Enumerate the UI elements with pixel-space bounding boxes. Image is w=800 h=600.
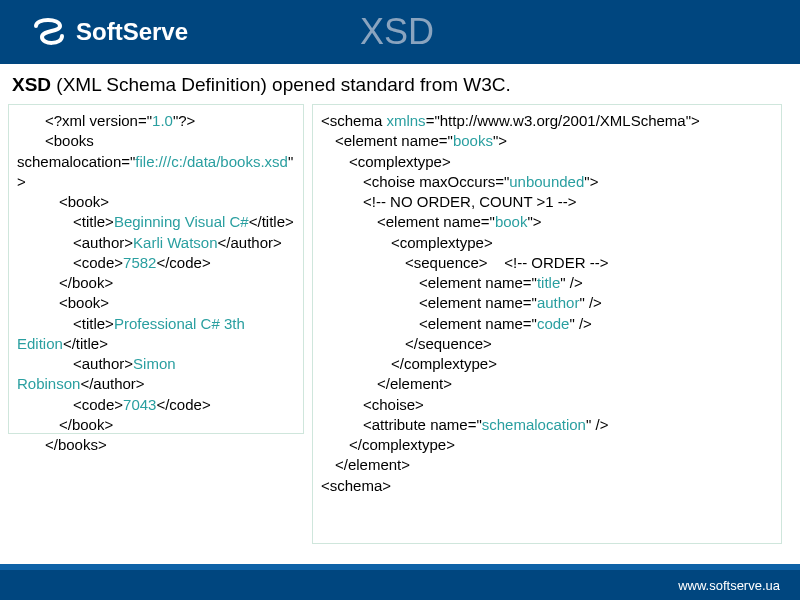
t: </book> (59, 273, 295, 293)
t: schemalocation=" (17, 153, 135, 170)
logo-text: SoftServe (76, 18, 188, 46)
t: <complextype> (391, 233, 773, 253)
xml-panel: <?xml version="1.0"?> <books schemalocat… (8, 104, 304, 434)
t: =" (426, 112, 440, 129)
t: </author> (218, 234, 282, 251)
t: Beginning Visual C# (114, 213, 249, 230)
t: <author> (73, 234, 133, 251)
t: code (537, 315, 570, 332)
t: schemalocation (482, 416, 586, 433)
t: 7582 (123, 254, 156, 271)
t: Karli Watson (133, 234, 217, 251)
t: title (537, 274, 560, 291)
t: </books> (45, 435, 295, 455)
t: <element name=" (419, 274, 537, 291)
t: <element name=" (335, 132, 453, 149)
footer-url: www.softserve.ua (678, 578, 780, 593)
t: <attribute name=" (363, 416, 482, 433)
t: <sequence> (405, 254, 488, 271)
t: 1.0 (152, 112, 173, 129)
t: </complextype> (391, 354, 773, 374)
t: </code> (156, 396, 210, 413)
subtitle-rest: (XML Schema Definition) opened standard … (51, 74, 511, 95)
t: <!-- ORDER --> (504, 254, 608, 271)
t: <!-- NO ORDER, COUNT >1 --> (363, 192, 773, 212)
swirl-icon (30, 14, 66, 50)
subtitle: XSD (XML Schema Definition) opened stand… (12, 74, 800, 96)
slide-title: XSD (360, 11, 800, 53)
t: <books (45, 131, 295, 151)
t: " (288, 153, 293, 170)
t: Simon (133, 355, 176, 372)
t: <code> (73, 396, 123, 413)
t: </title> (249, 213, 294, 230)
t: <title> (73, 315, 114, 332)
t: Professional C# 3th (114, 315, 245, 332)
t: <choise> (363, 395, 773, 415)
t: </title> (63, 335, 108, 352)
t: Robinson (17, 375, 80, 392)
t: "> (686, 112, 700, 129)
t: <code> (73, 254, 123, 271)
t: </book> (59, 415, 295, 435)
t: <choise maxOccurs=" (363, 173, 509, 190)
t: <book> (59, 192, 295, 212)
t: " /> (586, 416, 608, 433)
t: "> (527, 213, 541, 230)
t: <complextype> (349, 152, 773, 172)
footer: www.softserve.ua (0, 570, 800, 600)
t: "> (493, 132, 507, 149)
t: <title> (73, 213, 114, 230)
t: author (537, 294, 580, 311)
t: </complextype> (349, 435, 773, 455)
t: "?> (173, 112, 195, 129)
t: books (453, 132, 493, 149)
t: " /> (579, 294, 601, 311)
t: </element> (377, 374, 773, 394)
t: <element name=" (419, 315, 537, 332)
logo: SoftServe (30, 14, 360, 50)
t: "> (584, 173, 598, 190)
t: > (17, 173, 26, 190)
t: </code> (156, 254, 210, 271)
t: book (495, 213, 528, 230)
t: http://www.w3.org/2001/XMLSchema (440, 112, 686, 129)
t: <element name=" (377, 213, 495, 230)
t: " /> (569, 315, 591, 332)
t: <element name=" (419, 294, 537, 311)
subtitle-bold: XSD (12, 74, 51, 95)
t: file:///c:/data/books.xsd (135, 153, 288, 170)
t: <author> (73, 355, 133, 372)
code-panels: <?xml version="1.0"?> <books schemalocat… (0, 104, 800, 544)
t: <schema (321, 112, 386, 129)
t: </author> (80, 375, 144, 392)
slide-header: SoftServe XSD (0, 0, 800, 64)
t: Edition (17, 335, 63, 352)
t: xmlns (386, 112, 425, 129)
t: </element> (335, 455, 773, 475)
t: </sequence> (405, 334, 773, 354)
t: unbounded (509, 173, 584, 190)
t (488, 254, 505, 271)
t: 7043 (123, 396, 156, 413)
t: <schema> (321, 476, 773, 496)
t: <book> (59, 293, 295, 313)
xsd-panel: <schema xmlns="http://www.w3.org/2001/XM… (312, 104, 782, 544)
t: <?xml version=" (45, 112, 152, 129)
t: " /> (560, 274, 582, 291)
